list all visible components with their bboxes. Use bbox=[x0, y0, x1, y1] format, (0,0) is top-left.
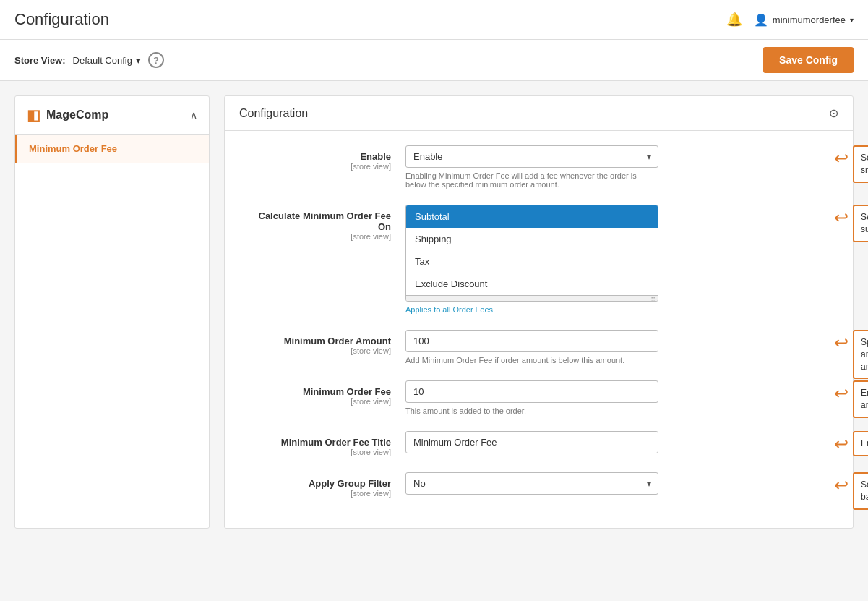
header-right: 🔔 👤 minimumorderfee ▾ bbox=[726, 12, 854, 27]
form-label-enable: Enable [store view] bbox=[246, 145, 405, 171]
store-view-left: Store View: Default Config ▾ ? bbox=[14, 52, 164, 68]
form-row-min-order-amount: Minimum Order Amount [store view] Add Mi… bbox=[246, 330, 831, 365]
form-label-min-order-amount: Minimum Order Amount [store view] bbox=[246, 330, 405, 355]
form-label-calculate: Calculate Minimum Order Fee On [store vi… bbox=[246, 205, 405, 241]
fee-title-annotation: ↩ Enter minimum order fee title bbox=[834, 431, 868, 456]
sidebar: ◧ MageComp ∧ Minimum Order Fee bbox=[14, 95, 210, 529]
content-area: Configuration ⊙ Enable [store view] Enab… bbox=[224, 95, 854, 529]
min-order-fee-tooltip: Enter minimum order fees amount bbox=[853, 380, 868, 418]
multiselect-resize-handle[interactable]: ⠿ bbox=[406, 295, 658, 301]
content-collapse-button[interactable]: ⊙ bbox=[829, 106, 838, 120]
multiselect-option-subtotal[interactable]: Subtotal bbox=[406, 205, 658, 228]
group-filter-annotation: ↩ Select YES to enable fee based on cust… bbox=[834, 472, 868, 510]
fee-title-tooltip: Enter minimum order fee title bbox=[853, 431, 868, 456]
annotation-arrow-icon: ↩ bbox=[834, 475, 848, 495]
calculate-tooltip: Select options to calculate surcharge on bbox=[853, 205, 868, 242]
min-order-fee-annotation: ↩ Enter minimum order fees amount bbox=[834, 380, 868, 418]
save-config-button[interactable]: Save Config bbox=[763, 47, 854, 73]
group-filter-tooltip: Select YES to enable fee based on custom… bbox=[853, 472, 868, 510]
form-row-group-filter: Apply Group Filter [store view] No Yes ▾… bbox=[246, 472, 831, 498]
form-section: Enable [store view] Enable Yes No ▾ Enab… bbox=[225, 131, 853, 528]
store-view-bar: Store View: Default Config ▾ ? Save Conf… bbox=[0, 40, 868, 81]
user-menu[interactable]: 👤 minimumorderfee ▾ bbox=[754, 13, 854, 27]
sidebar-item-minimum-order-fee[interactable]: Minimum Order Fee bbox=[15, 135, 209, 163]
annotation-arrow-icon: ↩ bbox=[834, 383, 848, 404]
brand-icon: ◧ bbox=[27, 106, 40, 124]
sidebar-header: ◧ MageComp ∧ bbox=[15, 96, 209, 135]
form-row-fee-title: Minimum Order Fee Title [store view] ↩ E… bbox=[246, 431, 831, 456]
annotation-arrow-icon: ↩ bbox=[834, 148, 848, 169]
calculate-multiselect[interactable]: Subtotal Shipping Tax Exclude Discount ⠿ bbox=[405, 205, 658, 302]
top-header: Configuration 🔔 👤 minimumorderfee ▾ bbox=[0, 0, 868, 40]
enable-select[interactable]: Enable Yes No bbox=[405, 145, 658, 168]
min-order-amount-tooltip: Specify minimum order amount to charge f… bbox=[853, 330, 868, 379]
page-title: Configuration bbox=[14, 10, 109, 29]
form-field-min-order-amount: Add Minimum Order Fee if order amount is… bbox=[405, 330, 831, 365]
store-view-value: Default Config bbox=[73, 55, 132, 66]
form-field-min-order-fee: This amount is added to the order. bbox=[405, 380, 831, 415]
form-label-fee-title: Minimum Order Fee Title [store view] bbox=[246, 431, 405, 456]
store-view-label: Store View: bbox=[14, 55, 66, 66]
group-filter-select[interactable]: No Yes bbox=[405, 472, 658, 495]
enable-help-text: Enabling Minimum Order Fee will add a fe… bbox=[405, 171, 658, 189]
content-header: Configuration ⊙ bbox=[225, 96, 853, 131]
multiselect-option-tax[interactable]: Tax bbox=[406, 250, 658, 273]
min-order-fee-help: This amount is added to the order. bbox=[405, 406, 658, 415]
chevron-down-icon: ▾ bbox=[850, 16, 854, 24]
content-title: Configuration bbox=[239, 107, 308, 120]
multiselect-option-shipping[interactable]: Shipping bbox=[406, 228, 658, 250]
annotation-arrow-icon: ↩ bbox=[834, 208, 848, 228]
min-order-amount-help: Add Minimum Order Fee if order amount is… bbox=[405, 356, 658, 365]
min-order-amount-input[interactable] bbox=[405, 330, 658, 352]
store-view-chevron-icon: ▾ bbox=[136, 55, 141, 66]
annotation-arrow-icon: ↩ bbox=[834, 333, 848, 353]
group-filter-select-wrapper: No Yes ▾ bbox=[405, 472, 658, 495]
sidebar-brand: ◧ MageComp bbox=[27, 106, 108, 124]
form-label-min-order-fee: Minimum Order Fee [store view] bbox=[246, 380, 405, 406]
annotation-arrow-icon: ↩ bbox=[834, 434, 848, 454]
form-field-group-filter: No Yes ▾ bbox=[405, 472, 831, 495]
store-view-select[interactable]: Default Config ▾ bbox=[73, 55, 141, 66]
form-field-enable: Enable Yes No ▾ Enabling Minimum Order F… bbox=[405, 145, 831, 189]
form-row-min-order-fee: Minimum Order Fee [store view] This amou… bbox=[246, 380, 831, 415]
fee-title-input[interactable] bbox=[405, 431, 658, 453]
brand-name: MageComp bbox=[46, 108, 108, 122]
user-avatar-icon: 👤 bbox=[754, 13, 768, 27]
form-row-enable: Enable [store view] Enable Yes No ▾ Enab… bbox=[246, 145, 831, 189]
form-label-group-filter: Apply Group Filter [store view] bbox=[246, 472, 405, 498]
bell-icon[interactable]: 🔔 bbox=[726, 12, 742, 27]
enable-tooltip: Select YES to enable fees on small order… bbox=[853, 145, 868, 183]
calculate-help-text: Applies to all Order Fees. bbox=[405, 305, 658, 314]
form-field-calculate: Subtotal Shipping Tax Exclude Discount ⠿… bbox=[405, 205, 831, 314]
user-name: minimumorderfee bbox=[773, 14, 846, 25]
main-layout: ◧ MageComp ∧ Minimum Order Fee Configura… bbox=[0, 81, 868, 543]
min-order-amount-annotation: ↩ Specify minimum order amount to charge… bbox=[834, 330, 868, 379]
multiselect-option-exclude-discount[interactable]: Exclude Discount bbox=[406, 273, 658, 295]
form-row-calculate: Calculate Minimum Order Fee On [store vi… bbox=[246, 205, 831, 314]
min-order-fee-input[interactable] bbox=[405, 380, 658, 403]
enable-select-wrapper: Enable Yes No ▾ bbox=[405, 145, 658, 168]
calculate-annotation: ↩ Select options to calculate surcharge … bbox=[834, 205, 868, 242]
help-icon[interactable]: ? bbox=[148, 52, 164, 68]
form-field-fee-title bbox=[405, 431, 831, 453]
enable-annotation: ↩ Select YES to enable fees on small ord… bbox=[834, 145, 868, 183]
sidebar-collapse-icon[interactable]: ∧ bbox=[190, 109, 197, 121]
